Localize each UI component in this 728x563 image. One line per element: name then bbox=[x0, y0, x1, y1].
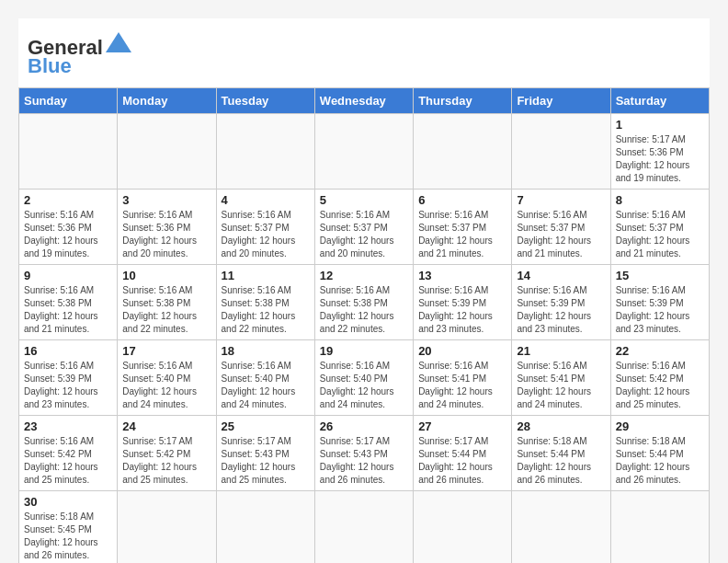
logo: General Blue bbox=[28, 32, 131, 78]
day-info: Sunrise: 5:16 AM Sunset: 5:37 PM Dayligh… bbox=[320, 209, 408, 260]
calendar-cell: 11Sunrise: 5:16 AM Sunset: 5:38 PM Dayli… bbox=[216, 265, 314, 340]
calendar-cell: 23Sunrise: 5:16 AM Sunset: 5:42 PM Dayli… bbox=[19, 416, 118, 491]
day-info: Sunrise: 5:17 AM Sunset: 5:42 PM Dayligh… bbox=[122, 435, 210, 487]
calendar-row-1: 1Sunrise: 5:17 AM Sunset: 5:36 PM Daylig… bbox=[19, 114, 710, 190]
calendar-cell: 2Sunrise: 5:16 AM Sunset: 5:36 PM Daylig… bbox=[19, 190, 118, 265]
day-number: 3 bbox=[122, 193, 210, 207]
calendar-page: General Blue SundayMondayTuesdayWednesda… bbox=[18, 18, 710, 563]
calendar-row-5: 23Sunrise: 5:16 AM Sunset: 5:42 PM Dayli… bbox=[19, 416, 710, 491]
day-info: Sunrise: 5:18 AM Sunset: 5:44 PM Dayligh… bbox=[616, 435, 704, 487]
day-info: Sunrise: 5:18 AM Sunset: 5:44 PM Dayligh… bbox=[517, 435, 605, 487]
weekday-saturday: Saturday bbox=[610, 88, 709, 114]
calendar-cell: 20Sunrise: 5:16 AM Sunset: 5:41 PM Dayli… bbox=[414, 340, 512, 416]
calendar-table: SundayMondayTuesdayWednesdayThursdayFrid… bbox=[18, 87, 710, 563]
header: General Blue bbox=[18, 18, 710, 87]
weekday-tuesday: Tuesday bbox=[216, 88, 314, 114]
day-number: 12 bbox=[320, 269, 408, 282]
calendar-cell: 15Sunrise: 5:16 AM Sunset: 5:39 PM Dayli… bbox=[610, 265, 709, 340]
day-number: 25 bbox=[222, 419, 310, 433]
calendar-cell: 24Sunrise: 5:17 AM Sunset: 5:42 PM Dayli… bbox=[118, 416, 216, 491]
calendar-cell: 13Sunrise: 5:16 AM Sunset: 5:39 PM Dayli… bbox=[414, 265, 512, 340]
day-number: 6 bbox=[418, 193, 506, 207]
calendar-cell: 14Sunrise: 5:16 AM Sunset: 5:39 PM Dayli… bbox=[512, 265, 610, 340]
weekday-header-row: SundayMondayTuesdayWednesdayThursdayFrid… bbox=[19, 88, 710, 114]
calendar-cell bbox=[118, 114, 216, 190]
calendar-cell bbox=[118, 491, 216, 564]
calendar-cell: 29Sunrise: 5:18 AM Sunset: 5:44 PM Dayli… bbox=[610, 416, 709, 491]
calendar-cell: 5Sunrise: 5:16 AM Sunset: 5:37 PM Daylig… bbox=[314, 190, 413, 265]
day-info: Sunrise: 5:16 AM Sunset: 5:41 PM Dayligh… bbox=[418, 360, 506, 411]
day-number: 16 bbox=[24, 344, 112, 358]
day-number: 17 bbox=[122, 344, 210, 358]
day-info: Sunrise: 5:16 AM Sunset: 5:42 PM Dayligh… bbox=[616, 360, 704, 411]
day-info: Sunrise: 5:16 AM Sunset: 5:40 PM Dayligh… bbox=[320, 360, 408, 411]
calendar-cell: 3Sunrise: 5:16 AM Sunset: 5:36 PM Daylig… bbox=[118, 190, 216, 265]
day-number: 28 bbox=[517, 419, 605, 433]
calendar-cell bbox=[414, 491, 512, 564]
calendar-cell bbox=[19, 114, 118, 190]
day-number: 14 bbox=[517, 269, 605, 282]
day-number: 7 bbox=[517, 193, 605, 207]
day-info: Sunrise: 5:17 AM Sunset: 5:36 PM Dayligh… bbox=[616, 133, 704, 185]
day-info: Sunrise: 5:16 AM Sunset: 5:39 PM Dayligh… bbox=[517, 284, 605, 336]
day-info: Sunrise: 5:16 AM Sunset: 5:36 PM Dayligh… bbox=[24, 209, 112, 260]
day-number: 11 bbox=[222, 269, 310, 282]
calendar-cell: 17Sunrise: 5:16 AM Sunset: 5:40 PM Dayli… bbox=[118, 340, 216, 416]
day-info: Sunrise: 5:16 AM Sunset: 5:37 PM Dayligh… bbox=[616, 209, 704, 260]
weekday-friday: Friday bbox=[512, 88, 610, 114]
day-info: Sunrise: 5:16 AM Sunset: 5:41 PM Dayligh… bbox=[517, 360, 605, 411]
day-info: Sunrise: 5:17 AM Sunset: 5:44 PM Dayligh… bbox=[418, 435, 506, 487]
day-info: Sunrise: 5:17 AM Sunset: 5:43 PM Dayligh… bbox=[320, 435, 408, 487]
calendar-cell bbox=[314, 491, 413, 564]
calendar-cell: 6Sunrise: 5:16 AM Sunset: 5:37 PM Daylig… bbox=[414, 190, 512, 265]
calendar-cell: 28Sunrise: 5:18 AM Sunset: 5:44 PM Dayli… bbox=[512, 416, 610, 491]
weekday-thursday: Thursday bbox=[414, 88, 512, 114]
calendar-cell: 19Sunrise: 5:16 AM Sunset: 5:40 PM Dayli… bbox=[314, 340, 413, 416]
day-info: Sunrise: 5:16 AM Sunset: 5:36 PM Dayligh… bbox=[122, 209, 210, 260]
calendar-cell: 21Sunrise: 5:16 AM Sunset: 5:41 PM Dayli… bbox=[512, 340, 610, 416]
day-info: Sunrise: 5:16 AM Sunset: 5:42 PM Dayligh… bbox=[24, 435, 112, 487]
day-info: Sunrise: 5:16 AM Sunset: 5:40 PM Dayligh… bbox=[222, 360, 310, 411]
day-info: Sunrise: 5:16 AM Sunset: 5:38 PM Dayligh… bbox=[222, 284, 310, 336]
day-number: 24 bbox=[122, 419, 210, 433]
day-number: 5 bbox=[320, 193, 408, 207]
day-info: Sunrise: 5:18 AM Sunset: 5:45 PM Dayligh… bbox=[24, 511, 112, 562]
calendar-cell: 25Sunrise: 5:17 AM Sunset: 5:43 PM Dayli… bbox=[216, 416, 314, 491]
day-number: 1 bbox=[616, 118, 704, 132]
calendar-cell: 30Sunrise: 5:18 AM Sunset: 5:45 PM Dayli… bbox=[19, 491, 118, 564]
weekday-wednesday: Wednesday bbox=[314, 88, 413, 114]
day-info: Sunrise: 5:16 AM Sunset: 5:38 PM Dayligh… bbox=[320, 284, 408, 336]
calendar-cell bbox=[610, 491, 709, 564]
day-number: 27 bbox=[418, 419, 506, 433]
logo-blue: Blue bbox=[28, 54, 72, 78]
day-number: 8 bbox=[616, 193, 704, 207]
calendar-cell: 1Sunrise: 5:17 AM Sunset: 5:36 PM Daylig… bbox=[610, 114, 709, 190]
svg-marker-0 bbox=[106, 32, 131, 52]
day-info: Sunrise: 5:16 AM Sunset: 5:39 PM Dayligh… bbox=[418, 284, 506, 336]
day-number: 4 bbox=[222, 193, 310, 207]
weekday-sunday: Sunday bbox=[19, 88, 118, 114]
calendar-cell: 10Sunrise: 5:16 AM Sunset: 5:38 PM Dayli… bbox=[118, 265, 216, 340]
calendar-cell bbox=[216, 114, 314, 190]
day-number: 23 bbox=[24, 419, 112, 433]
calendar-cell bbox=[216, 491, 314, 564]
calendar-cell: 8Sunrise: 5:16 AM Sunset: 5:37 PM Daylig… bbox=[610, 190, 709, 265]
day-info: Sunrise: 5:16 AM Sunset: 5:37 PM Dayligh… bbox=[517, 209, 605, 260]
day-info: Sunrise: 5:16 AM Sunset: 5:40 PM Dayligh… bbox=[122, 360, 210, 411]
day-number: 20 bbox=[418, 344, 506, 358]
day-number: 15 bbox=[616, 269, 704, 282]
day-number: 21 bbox=[517, 344, 605, 358]
day-info: Sunrise: 5:16 AM Sunset: 5:39 PM Dayligh… bbox=[616, 284, 704, 336]
calendar-row-2: 2Sunrise: 5:16 AM Sunset: 5:36 PM Daylig… bbox=[19, 190, 710, 265]
day-number: 26 bbox=[320, 419, 408, 433]
day-info: Sunrise: 5:16 AM Sunset: 5:38 PM Dayligh… bbox=[24, 284, 112, 336]
day-number: 29 bbox=[616, 419, 704, 433]
day-info: Sunrise: 5:16 AM Sunset: 5:37 PM Dayligh… bbox=[418, 209, 506, 260]
calendar-row-4: 16Sunrise: 5:16 AM Sunset: 5:39 PM Dayli… bbox=[19, 340, 710, 416]
calendar-cell bbox=[314, 114, 413, 190]
day-number: 22 bbox=[616, 344, 704, 358]
calendar-row-6: 30Sunrise: 5:18 AM Sunset: 5:45 PM Dayli… bbox=[19, 491, 710, 564]
calendar-cell: 7Sunrise: 5:16 AM Sunset: 5:37 PM Daylig… bbox=[512, 190, 610, 265]
weekday-monday: Monday bbox=[118, 88, 216, 114]
calendar-cell: 22Sunrise: 5:16 AM Sunset: 5:42 PM Dayli… bbox=[610, 340, 709, 416]
